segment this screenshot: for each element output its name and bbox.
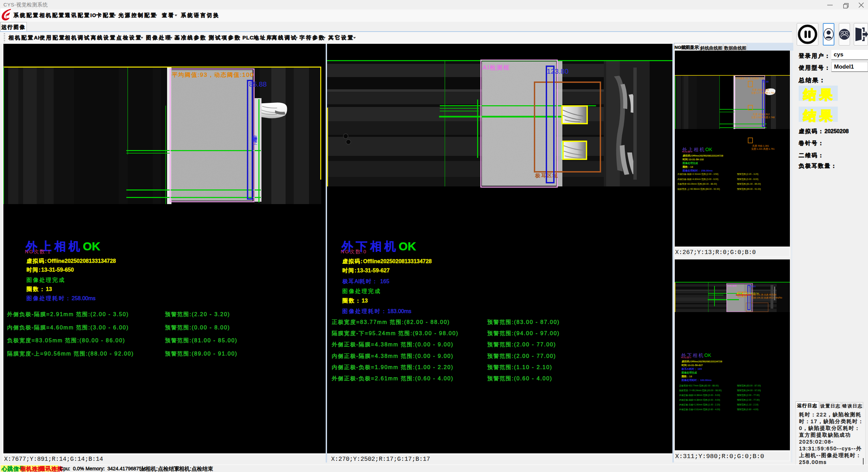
- svg-text:预警范围:(2.00 - 77.00): 预警范围:(2.00 - 77.00): [737, 394, 760, 397]
- svg-text:亮度 均值:1.226: 亮度 均值:1.226: [752, 88, 769, 91]
- svg-text:隔膜宽度-下=95.24mm 范围:(93.00 - 98.: 隔膜宽度-下=95.24mm 范围:(93.00 - 98.00): [679, 389, 722, 392]
- svg-text:NG次数:1: NG次数:1: [25, 249, 51, 254]
- svg-text:内侧正极-负极=1.90mm 范围:(1.00 - 2.20: 内侧正极-负极=1.90mm 范围:(1.00 - 2.20): [332, 364, 454, 370]
- svg-text:平均阈值:93，动态阈值:100: 平均阈值:93，动态阈值:100: [172, 72, 254, 78]
- svg-text:预警范围:(2.20 - 3.20): 预警范围:(2.20 - 3.20): [165, 311, 230, 317]
- svg-text:隔膜宽度-上=90.56mm 范围:(88.00 - 92.: 隔膜宽度-上=90.56mm 范围:(88.00 - 92.00): [7, 351, 134, 357]
- svg-text:宽度:1.775 高度:1.791: 宽度:1.775 高度:1.791: [751, 91, 775, 94]
- svg-text:宽度:1.221 高度:1.751: 宽度:1.221 高度:1.751: [751, 147, 775, 150]
- svg-text:图像处理耗时： 258.00ms: 图像处理耗时： 258.00ms: [683, 169, 712, 172]
- svg-text:123.80: 123.80: [547, 67, 568, 75]
- svg-text:圈数：13: 圈数：13: [342, 298, 368, 304]
- svg-text:预警范围:(2.20 - 3.20): 预警范围:(2.20 - 3.20): [737, 173, 758, 176]
- svg-text:时间:13-31-59-627: 时间:13-31-59-627: [342, 268, 390, 273]
- svg-text:预警范围:(1.10 - 2.10): 预警范围:(1.10 - 2.10): [487, 364, 553, 370]
- svg-text:亮度 均值:1.391: 亮度 均值:1.391: [752, 144, 769, 147]
- svg-text:正极宽度=83.77mm 范围:(82.00 - 88.00: 正极宽度=83.77mm 范围:(82.00 - 88.00): [679, 384, 719, 387]
- svg-text:AI检测框: AI检测框: [483, 64, 510, 71]
- svg-text:123.80: 123.80: [748, 285, 756, 288]
- svg-text:85.88: 85.88: [763, 80, 769, 83]
- svg-text:圈数：13: 圈数：13: [683, 165, 693, 168]
- svg-text:预警范围:(0.00 - 8.00): 预警范围:(0.00 - 8.00): [737, 178, 758, 181]
- svg-text:AI检测框: AI检测框: [727, 285, 737, 287]
- svg-text:负极宽度=83.05mm 范围:(80.00 - 86.00: 负极宽度=83.05mm 范围:(80.00 - 86.00): [677, 183, 717, 185]
- svg-text:外侧正极-负极=2.61mm 范围:(0.60 - 4.00: 外侧正极-负极=2.61mm 范围:(0.60 - 4.00): [332, 376, 454, 381]
- svg-text:时间:13-31-59-132: 时间:13-31-59-132: [683, 158, 704, 161]
- svg-text:预警范围:(89.00 - 91.00): 预警范围:(89.00 - 91.00): [165, 351, 237, 357]
- svg-text:预警范围:(89.00 - 91.00): 预警范围:(89.00 - 91.00): [737, 188, 761, 190]
- svg-text:图像处理完成: 图像处理完成: [683, 162, 698, 165]
- svg-text:虚拟码:Offline20250208133134728: 虚拟码:Offline20250208133134728: [682, 154, 723, 157]
- svg-text:预警范围:(2.00 - 77.00): 预警范围:(2.00 - 77.00): [487, 342, 556, 347]
- svg-text:预警范围:(94.00 - 97.00): 预警范围:(94.00 - 97.00): [487, 330, 560, 336]
- svg-text:圈数：13: 圈数：13: [26, 286, 52, 292]
- svg-text:内侧正极-隔膜=4.38mm 范围:(0.00 - 9.00: 内侧正极-隔膜=4.38mm 范围:(0.00 - 9.00): [679, 399, 720, 401]
- svg-text:宽度:102.38 高度:98.52M: 宽度:102.38 高度:98.52M: [752, 293, 776, 296]
- svg-text:预警范围:(0.60 - 4.00): 预警范围:(0.60 - 4.00): [737, 408, 758, 411]
- svg-text:85.88: 85.88: [249, 80, 267, 88]
- svg-text:虚拟码:Offline20250208133134728: 虚拟码:Offline20250208133134728: [342, 258, 432, 264]
- svg-text:预警范围:(2.00 - 77.00): 预警范围:(2.00 - 77.00): [487, 353, 556, 359]
- svg-text:预警范围:(83.00 - 87.00): 预警范围:(83.00 - 87.00): [487, 319, 560, 325]
- svg-text:内侧负极-隔膜=4.60mm 范围:(3.00 - 6.00: 内侧负极-隔膜=4.60mm 范围:(3.00 - 6.00): [677, 178, 718, 181]
- svg-text:时间:13-31-59-650: 时间:13-31-59-650: [26, 267, 74, 273]
- svg-text:NG次数:0: NG次数:0: [341, 249, 367, 254]
- svg-text:内侧正极-隔膜=4.38mm 范围:(0.00 - 9.00: 内侧正极-隔膜=4.38mm 范围:(0.00 - 9.00): [332, 353, 454, 359]
- svg-text:图像处理完成: 图像处理完成: [682, 371, 697, 374]
- svg-text:内侧正极-负极=1.90mm 范围:(1.00 - 2.20: 内侧正极-负极=1.90mm 范围:(1.00 - 2.20): [679, 403, 720, 406]
- svg-text:正极宽度=83.77mm 范围:(82.00 - 88.00: 正极宽度=83.77mm 范围:(82.00 - 88.00): [332, 319, 450, 325]
- svg-text:宽度:104.32 高度:99.21 Yes/No: 宽度:104.32 高度:99.21 Yes/No: [752, 296, 782, 299]
- svg-text:虚拟码:Offline20250208133134728: 虚拟码:Offline20250208133134728: [681, 360, 722, 363]
- svg-text:图像处理完成: 图像处理完成: [342, 288, 381, 294]
- svg-text:图像处理耗时： 183.00ms: 图像处理耗时： 183.00ms: [682, 379, 711, 382]
- svg-text:NG次数:0: NG次数:0: [681, 356, 691, 359]
- svg-text:外侧负极-隔膜=2.91mm 范围:(2.00 - 3.50: 外侧负极-隔膜=2.91mm 范围:(2.00 - 3.50): [7, 311, 129, 317]
- svg-text:预警范围:(0.00 - 8.00): 预警范围:(0.00 - 8.00): [165, 325, 230, 330]
- svg-text:圈数：13: 圈数：13: [682, 375, 692, 378]
- svg-text:图像处理完成: 图像处理完成: [26, 277, 65, 283]
- svg-text:NG次数:1: NG次数:1: [682, 150, 692, 153]
- svg-text:隔膜宽度-下=95.24mm 范围:(93.00 - 98.: 隔膜宽度-下=95.24mm 范围:(93.00 - 98.00): [332, 330, 458, 336]
- svg-text:宽度:0.885 高度:2.748: 宽度:0.885 高度:2.748: [751, 116, 775, 119]
- svg-text:预警范围:(2.00 - 77.00): 预警范围:(2.00 - 77.00): [737, 399, 760, 401]
- svg-text:图像处理耗时：258.00ms: 图像处理耗时：258.00ms: [26, 295, 95, 301]
- svg-text:外侧正极-负极=2.61mm 范围:(0.60 - 4.00: 外侧正极-负极=2.61mm 范围:(0.60 - 4.00): [679, 408, 720, 411]
- svg-text:图像处理耗时：183.00ms: 图像处理耗时：183.00ms: [342, 308, 411, 314]
- svg-text:预警范围:(1.10 - 2.10): 预警范围:(1.10 - 2.10): [737, 403, 758, 406]
- svg-text:亮度 均值:1.512: 亮度 均值:1.512: [753, 113, 770, 116]
- svg-text:平均阈值:93, 动态阈值:101: 平均阈值:93, 动态阈值:101: [736, 77, 764, 80]
- svg-text:负极宽度=83.05mm 范围:(80.00 - 86.00: 负极宽度=83.05mm 范围:(80.00 - 86.00): [7, 338, 125, 343]
- svg-text:预警范围:(0.60 - 4.00): 预警范围:(0.60 - 4.00): [487, 376, 553, 381]
- svg-text:预警范围:(83.00 - 87.00): 预警范围:(83.00 - 87.00): [737, 384, 761, 387]
- svg-text:外侧负极-隔膜=2.91mm 范围:(2.00 - 3.50: 外侧负极-隔膜=2.91mm 范围:(2.00 - 3.50): [677, 173, 718, 176]
- svg-text:预警范围:(94.00 - 97.00): 预警范围:(94.00 - 97.00): [737, 389, 761, 392]
- svg-text:极耳AI耗时： 165: 极耳AI耗时： 165: [342, 278, 389, 284]
- svg-text:极耳AI耗时： 165: 极耳AI耗时： 165: [681, 367, 702, 370]
- svg-text:虚拟码:Offline20250208133134728: 虚拟码:Offline20250208133134728: [26, 258, 116, 264]
- svg-text:外侧正极-隔膜=4.38mm 范围:(0.00 - 9.00: 外侧正极-隔膜=4.38mm 范围:(0.00 - 9.00): [332, 342, 454, 347]
- svg-text:隔膜宽度-上=90.56mm 范围:(88.00 - 92.: 隔膜宽度-上=90.56mm 范围:(88.00 - 92.00): [677, 188, 720, 190]
- svg-text:外侧正极-隔膜=4.38mm 范围:(0.00 - 9.00: 外侧正极-隔膜=4.38mm 范围:(0.00 - 9.00): [679, 394, 720, 397]
- svg-text:预警范围:(81.00 - 85.00): 预警范围:(81.00 - 85.00): [737, 183, 761, 185]
- svg-text:时间:13-31-59-627: 时间:13-31-59-627: [682, 364, 703, 367]
- svg-text:内侧负极-隔膜=4.60mm 范围:(3.00 - 6.00: 内侧负极-隔膜=4.60mm 范围:(3.00 - 6.00): [7, 325, 129, 330]
- svg-text:预警范围:(81.00 - 85.00): 预警范围:(81.00 - 85.00): [165, 338, 237, 343]
